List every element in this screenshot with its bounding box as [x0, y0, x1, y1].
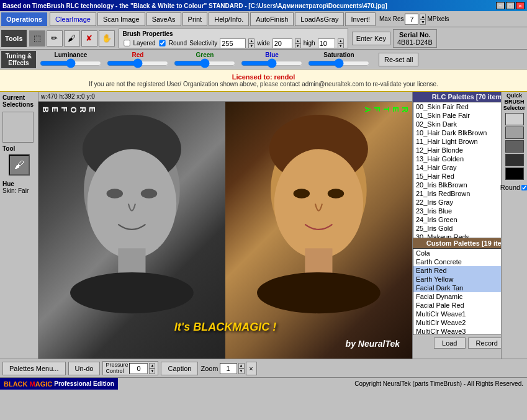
wide-spinner[interactable]: 20 — [273, 38, 292, 48]
pressure-value[interactable]: 0 — [129, 363, 148, 374]
high-up[interactable]: ▲ — [338, 38, 344, 43]
blue-slider[interactable] — [241, 59, 303, 68]
enter-key-button[interactable]: Enter Key — [352, 32, 390, 45]
layered-label: Layered — [133, 40, 156, 47]
paint-tool[interactable]: ✏ — [47, 30, 63, 47]
high-down[interactable]: ▼ — [338, 43, 344, 48]
pressure-down[interactable]: ▼ — [149, 369, 155, 374]
qb-gray[interactable] — [505, 140, 524, 153]
qb-white[interactable] — [505, 113, 524, 125]
blue-label: Blue — [265, 51, 279, 58]
tools-label: Tools — [1, 30, 27, 47]
operations-menu[interactable]: Operations — [1, 12, 47, 26]
selectivity-label: Selectivity — [189, 40, 217, 47]
close-button[interactable]: × — [516, 2, 525, 9]
caption-button[interactable]: Caption — [161, 362, 198, 375]
svg-point-10 — [294, 189, 310, 198]
wide-up[interactable]: ▲ — [295, 38, 301, 43]
zoom-down[interactable]: ▼ — [238, 369, 245, 374]
load-button[interactable]: Load — [434, 337, 465, 349]
hue-label: Hue — [2, 181, 14, 187]
red-group: Red — [107, 51, 169, 68]
maximize-button[interactable]: □ — [506, 2, 515, 9]
qb-round-row: Round — [500, 184, 527, 192]
clear-image-button[interactable]: ClearImage — [50, 12, 96, 26]
serial-number-box: Serial No. 4B81-D24B — [393, 29, 437, 48]
eraser-tool[interactable]: ✘ — [81, 30, 97, 47]
bottom-bar: Palettes Menu... Un-do PressureControl 0… — [0, 359, 527, 377]
blue-group: Blue — [241, 51, 303, 68]
before-panel: BEFORE — [38, 102, 225, 359]
qb-dark-gray[interactable] — [505, 154, 524, 166]
max-res-down[interactable]: ▼ — [420, 19, 426, 25]
wide-down[interactable]: ▼ — [295, 43, 301, 48]
selectivity-spinner[interactable]: 255 — [220, 38, 246, 48]
layered-checkbox[interactable] — [124, 40, 130, 46]
tool-label: Tool — [2, 145, 15, 152]
selectivity-up[interactable]: ▲ — [248, 38, 254, 43]
green-group: Green — [174, 51, 236, 68]
magic-text: M — [30, 380, 35, 388]
magic-text2: AGIC — [35, 380, 53, 388]
zoom-close-button[interactable]: × — [246, 362, 257, 375]
max-res-value[interactable]: 7 — [405, 14, 418, 25]
saturation-group: Saturation — [308, 51, 370, 68]
red-label: Red — [132, 51, 144, 58]
max-res-up[interactable]: ▲ — [420, 14, 426, 19]
luminance-label: Luminance — [55, 51, 88, 58]
image-box[interactable]: BEFORE — [38, 102, 412, 359]
quick-brush-title: QuickBRUSHSelector — [503, 93, 526, 112]
mpixels-label: MPixels — [427, 16, 449, 22]
main-area: CurrentSelections Tool 🖌 Hue Skin: Fair … — [0, 92, 527, 359]
palettes-menu-button[interactable]: Palettes Menu... — [2, 362, 66, 375]
brush-tool[interactable]: 🖌 — [64, 30, 80, 47]
qb-black[interactable] — [505, 168, 524, 180]
active-tool-icon[interactable]: 🖌 — [9, 154, 30, 176]
selectivity-down[interactable]: ▼ — [248, 43, 254, 48]
pressure-control: PressureControl 0 ▲ ▼ — [102, 361, 158, 376]
red-slider[interactable] — [107, 59, 169, 68]
svg-point-6 — [70, 272, 194, 313]
help-button[interactable]: Help/Info. — [209, 12, 249, 26]
minimize-button[interactable]: − — [496, 2, 505, 9]
license-info: If you are not the registered User/ Orga… — [89, 81, 438, 87]
scan-image-button[interactable]: Scan Image — [97, 12, 145, 26]
invert-button[interactable]: Invert! — [345, 12, 376, 26]
copyright-label: Copyright NeuralTek (parts TimeBrush) - … — [118, 380, 527, 387]
brand-label: BLACK MAGIC Professional Edition — [0, 378, 118, 390]
license-text: Licensed to: rendol — [232, 73, 295, 81]
black-text: BLACK — [4, 380, 28, 388]
saturation-label: Saturation — [323, 51, 354, 58]
svg-point-2 — [88, 149, 177, 259]
after-panel: AFTER — [225, 102, 412, 359]
hand-tool[interactable]: ✋ — [99, 30, 115, 47]
saturation-slider[interactable] — [308, 59, 370, 68]
reset-all-button[interactable]: Re-set all — [379, 53, 418, 66]
green-slider[interactable] — [174, 59, 236, 68]
auto-finish-button[interactable]: AutoFinish — [250, 12, 294, 26]
zoom-up[interactable]: ▲ — [238, 363, 245, 369]
round-checkbox[interactable] — [159, 40, 165, 46]
current-selections-label: CurrentSelections — [2, 94, 34, 108]
qb-light-gray[interactable] — [505, 127, 524, 139]
window-controls[interactable]: − □ × — [496, 2, 525, 9]
save-as-button[interactable]: SaveAs — [146, 12, 181, 26]
select-tool[interactable]: ⬚ — [29, 30, 45, 47]
zoom-value[interactable]: 1 — [220, 363, 237, 374]
record-button[interactable]: Record — [468, 337, 506, 349]
high-spinner[interactable]: 10 — [318, 38, 335, 48]
svg-rect-12 — [305, 248, 332, 275]
color-swatch-current — [2, 112, 34, 143]
titlebar: Based on TimeBrush RLC technology - the … — [0, 0, 527, 11]
qb-round-label: Round — [500, 184, 520, 191]
luminance-slider[interactable] — [40, 59, 102, 68]
skin-value: Skin: Fair — [2, 187, 29, 194]
zoom-label: Zoom — [200, 365, 218, 372]
pressure-up[interactable]: ▲ — [149, 363, 155, 369]
undo-button[interactable]: Un-do — [68, 362, 101, 375]
wide-label: wide — [257, 40, 270, 47]
load-as-gray-button[interactable]: LoadAsGray — [295, 12, 344, 26]
quick-brush-selector: QuickBRUSHSelector Round — [501, 92, 527, 359]
print-button[interactable]: Print — [182, 12, 208, 26]
qb-round-checkbox[interactable] — [521, 185, 527, 190]
